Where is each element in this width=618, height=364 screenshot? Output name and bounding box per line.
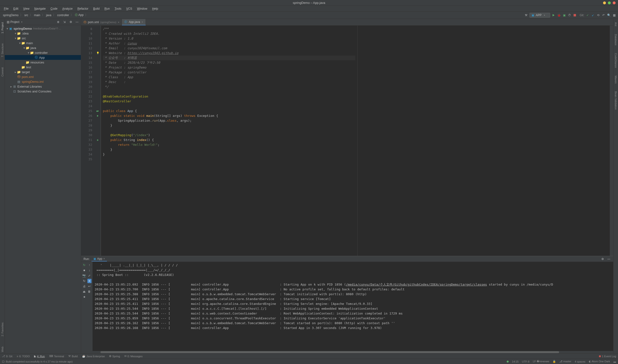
git-history-icon[interactable]: ⟲ bbox=[596, 13, 600, 17]
profile-button[interactable]: ⏱ bbox=[567, 13, 571, 17]
select-opened-file-icon[interactable]: ⊕ bbox=[56, 20, 60, 24]
run-settings-icon[interactable]: ⚙ bbox=[601, 257, 605, 261]
event-log-button[interactable]: 1 Event Log bbox=[599, 355, 616, 358]
code-line[interactable]: * Email : cunyu1024@foxmail.com bbox=[103, 46, 355, 51]
tree-item-pom-xml[interactable]: ⓜpom.xml bbox=[5, 74, 81, 79]
menu-refactor[interactable]: Refactor bbox=[76, 7, 90, 11]
tool-tab-1project[interactable]: 1: Project bbox=[1, 21, 4, 35]
gutter-marker[interactable] bbox=[95, 118, 101, 123]
ide-settings-icon[interactable]: ▦ bbox=[612, 13, 616, 17]
tool-window-build[interactable]: ⚒Build bbox=[68, 355, 77, 358]
git-revert-icon[interactable]: ↶ bbox=[602, 13, 605, 17]
camera-icon[interactable]: 📷 bbox=[82, 273, 86, 278]
console-scrollbar[interactable] bbox=[81, 351, 613, 353]
build-icon[interactable]: ⚒ bbox=[524, 13, 528, 17]
gutter-marker[interactable] bbox=[95, 123, 101, 128]
gutter-marker[interactable] bbox=[95, 99, 101, 104]
gutter-marker[interactable] bbox=[95, 80, 101, 84]
run-button[interactable] bbox=[552, 13, 555, 17]
code-line[interactable] bbox=[103, 104, 355, 109]
tool-window-9git[interactable]: ⎇9: Git bbox=[2, 355, 12, 358]
code-line[interactable]: /** bbox=[103, 26, 355, 31]
gutter-marker[interactable]: ◉ bbox=[95, 138, 101, 143]
code-line[interactable]: public static void main(String[] args) t… bbox=[103, 114, 355, 118]
tool-window-terminal[interactable]: ⌨Terminal bbox=[49, 355, 64, 358]
run-config-selector[interactable]: ▣ APP ▾ bbox=[529, 13, 550, 18]
tool-tab-ant[interactable]: Ant bbox=[614, 21, 617, 28]
expand-all-icon[interactable]: ⇲ bbox=[63, 20, 66, 24]
code-line[interactable]: * Desc : bbox=[103, 80, 355, 84]
gutter-marker[interactable] bbox=[95, 152, 101, 157]
stop-button[interactable] bbox=[573, 13, 577, 17]
tool-window-0messages[interactable]: ✉0: Messages bbox=[124, 355, 142, 358]
code-line[interactable]: * Date : 2020/4/23 下午2:50 bbox=[103, 60, 355, 65]
settings-icon[interactable]: ⚙ bbox=[69, 20, 73, 24]
breadcrumb-segment[interactable]: ⓒ App bbox=[74, 13, 85, 18]
restart-button[interactable]: ↻ bbox=[82, 279, 86, 283]
gutter-marker[interactable] bbox=[95, 41, 101, 46]
tool-tab-2favorites[interactable]: 2: Favorites bbox=[1, 321, 4, 338]
maximize-button[interactable] bbox=[608, 1, 611, 4]
menu-tools[interactable]: Tools bbox=[113, 7, 123, 11]
tree-item-controller[interactable]: ▾📁controller bbox=[5, 50, 81, 55]
actuator-icon[interactable]: ≡ bbox=[87, 279, 92, 283]
gutter-marker[interactable] bbox=[95, 147, 101, 152]
menu-window[interactable]: Window bbox=[135, 7, 149, 11]
gutter-marker[interactable] bbox=[95, 46, 101, 51]
code-line[interactable]: @EnableAutoConfiguration bbox=[103, 94, 355, 99]
menu-navigate[interactable]: Navigate bbox=[32, 7, 48, 11]
gutter-marker[interactable] bbox=[95, 26, 101, 31]
tool-window-javaenterprise[interactable]: ☕Java Enterprise bbox=[82, 355, 105, 358]
gutter-marker[interactable] bbox=[95, 36, 101, 41]
breadcrumb-segment[interactable]: src bbox=[23, 13, 29, 17]
code-line[interactable]: @GetMapping("/index") bbox=[103, 133, 355, 138]
up-icon[interactable]: ↑ bbox=[87, 263, 92, 267]
help-icon[interactable]: ★ bbox=[82, 295, 86, 299]
git-branch[interactable]: ⎇ master bbox=[559, 360, 571, 363]
tool-window-4run[interactable]: ▶4: Run bbox=[34, 355, 45, 358]
menu-run[interactable]: Run bbox=[103, 7, 112, 11]
code-line[interactable]: * Website : https://cunyu1943.github.io bbox=[103, 51, 355, 55]
gutter-marker[interactable] bbox=[95, 65, 101, 70]
tree-item-external libraries[interactable]: ▸⊞External Libraries bbox=[5, 84, 81, 89]
close-tab-icon[interactable]: × bbox=[118, 21, 119, 24]
gutter-marker[interactable] bbox=[95, 133, 101, 138]
code-line[interactable]: * Version : 1.0 bbox=[103, 36, 355, 41]
console-line[interactable]: 2020-04-23 15:05:25.411 INFO 1856 --- [ … bbox=[95, 301, 611, 306]
rerun-button[interactable] bbox=[82, 263, 86, 267]
tree-item-resources[interactable]: 📁resources bbox=[5, 60, 81, 65]
console-line[interactable]: 2020-04-23 15:05:25.544 INFO 1856 --- [ … bbox=[95, 306, 611, 311]
gutter-marker[interactable] bbox=[95, 143, 101, 147]
tool-tab-database[interactable]: Database bbox=[614, 33, 617, 47]
coverage-button[interactable]: ▣ bbox=[562, 13, 566, 17]
exit-icon[interactable]: ⏏ bbox=[82, 289, 86, 294]
breadcrumb-segment[interactable]: springDemo bbox=[2, 13, 20, 17]
git-commit-icon[interactable]: ✓ bbox=[586, 13, 590, 17]
code-line[interactable]: * Author : cunuu bbox=[103, 41, 355, 46]
code-line[interactable]: return "Hello World!"; bbox=[103, 143, 355, 147]
menu-file[interactable]: File bbox=[2, 7, 10, 11]
hide-icon[interactable]: — bbox=[75, 20, 79, 24]
code-line[interactable]: * Project : springDemo bbox=[103, 65, 355, 70]
gutter-marker[interactable] bbox=[95, 128, 101, 133]
code-line[interactable]: } bbox=[103, 147, 355, 152]
tree-root[interactable]: ▾ ▣ springDemo /media/cunyu/Data/个… bbox=[5, 26, 81, 31]
tool-window-spring[interactable]: ✿Spring bbox=[109, 355, 120, 358]
run-console[interactable]: ' |____| .__|_| |_|_| |_\__, | / / / / =… bbox=[93, 262, 613, 351]
code-line[interactable]: * Created with IntelliJ IDEA. bbox=[103, 31, 355, 36]
tree-item-java[interactable]: ▾📁java bbox=[5, 45, 81, 50]
console-line[interactable]: 2020-04-23 15:05:23.700 INFO 1856 --- [ … bbox=[95, 287, 611, 292]
wrap-icon[interactable]: ↩ bbox=[87, 284, 92, 288]
gutter-marker[interactable] bbox=[95, 157, 101, 162]
tree-item-target[interactable]: ▸📁target bbox=[5, 69, 81, 74]
code-line[interactable]: SpringApplication.run(App.class, args); bbox=[103, 118, 355, 123]
gutter-marker[interactable] bbox=[95, 75, 101, 80]
menu-help[interactable]: Help bbox=[150, 7, 160, 11]
menu-code[interactable]: Code bbox=[49, 7, 59, 11]
cursor-position[interactable]: 14:15 bbox=[512, 360, 519, 363]
editor-tab-pom-xml[interactable]: ⓜpom.xml(springDemo)× bbox=[81, 19, 122, 25]
code-line[interactable]: * Class : App bbox=[103, 75, 355, 80]
code-editor[interactable]: 8910111213141516171819202122232425262728… bbox=[81, 26, 613, 256]
gutter-markers[interactable]: 💡●◉ bbox=[95, 26, 101, 256]
code-line[interactable]: @RestController bbox=[103, 99, 355, 104]
